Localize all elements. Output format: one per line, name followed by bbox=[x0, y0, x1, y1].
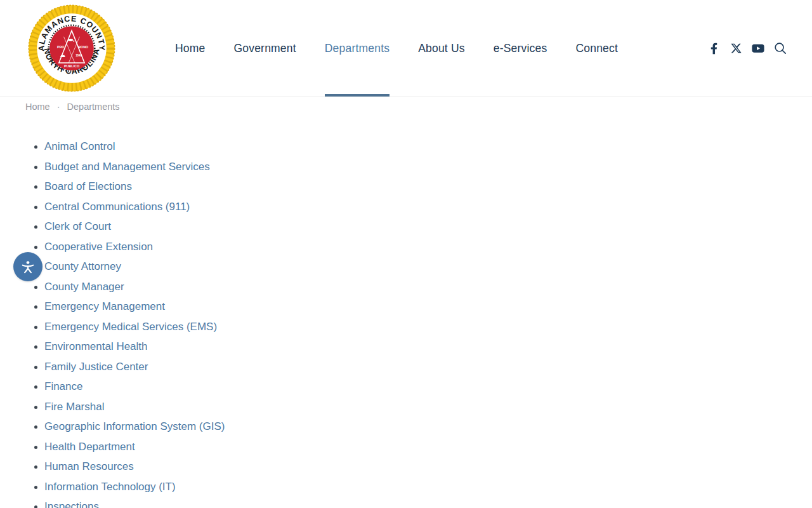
department-list-item: Board of Elections bbox=[44, 181, 787, 193]
department-list-item: County Manager bbox=[44, 281, 787, 293]
seal-beaver-icon bbox=[68, 39, 73, 41]
department-link-human-resources[interactable]: Human Resources bbox=[44, 460, 134, 472]
department-list-item: Central Communications (911) bbox=[44, 201, 787, 213]
department-link-county-attorney[interactable]: County Attorney bbox=[44, 260, 121, 272]
department-list-item: Geographic Information System (GIS) bbox=[44, 421, 787, 433]
department-list-item: Information Technology (IT) bbox=[44, 481, 787, 493]
breadcrumb-separator: · bbox=[57, 102, 60, 112]
department-link-county-manager[interactable]: County Manager bbox=[44, 281, 124, 293]
social-bar bbox=[707, 41, 787, 55]
department-link-central-communications[interactable]: Central Communications (911) bbox=[44, 201, 190, 213]
nav-item-e-services[interactable]: e-Services bbox=[494, 0, 547, 97]
department-link-information-technology[interactable]: Information Technology (IT) bbox=[44, 481, 176, 493]
department-list-item: Human Resources bbox=[44, 461, 787, 473]
department-list-item: Clerk of Court bbox=[44, 221, 787, 233]
department-list-item: Emergency Medical Services (EMS) bbox=[44, 321, 787, 333]
nav-item-about-us[interactable]: About Us bbox=[418, 0, 465, 97]
department-link-family-justice-center[interactable]: Family Justice Center bbox=[44, 361, 148, 373]
x-icon bbox=[730, 43, 742, 54]
department-list-item: Cooperative Extension bbox=[44, 241, 787, 253]
nav-item-departments[interactable]: Departments bbox=[325, 0, 390, 97]
seal-year: 1849 bbox=[75, 54, 82, 57]
department-link-board-of-elections[interactable]: Board of Elections bbox=[44, 180, 132, 192]
department-list-item: Environmental Health bbox=[44, 341, 787, 353]
breadcrumb-home-link[interactable]: Home bbox=[25, 102, 50, 112]
department-list-item: Family Justice Center bbox=[44, 361, 787, 373]
department-list-item: Health Department bbox=[44, 441, 787, 453]
department-list-item: Emergency Management bbox=[44, 301, 787, 313]
department-link-environmental-health[interactable]: Environmental Health bbox=[44, 340, 148, 352]
accessibility-person-icon bbox=[18, 257, 37, 276]
seal-motto-right: BONO bbox=[78, 45, 88, 49]
department-link-cooperative-extension[interactable]: Cooperative Extension bbox=[44, 241, 153, 253]
department-list-item: County Attorney bbox=[44, 261, 787, 273]
department-link-fire-marshal[interactable]: Fire Marshal bbox=[44, 401, 104, 413]
department-link-animal-control[interactable]: Animal Control bbox=[44, 140, 115, 152]
department-list-item: Animal Control bbox=[44, 141, 787, 153]
search-icon bbox=[774, 42, 787, 55]
seal-motto-bottom: PUBLICO bbox=[64, 64, 79, 68]
facebook-link[interactable] bbox=[707, 41, 720, 55]
department-link-clerk-of-court[interactable]: Clerk of Court bbox=[44, 220, 111, 232]
x-twitter-link[interactable] bbox=[730, 41, 742, 55]
department-link-budget-management[interactable]: Budget and Management Services bbox=[44, 161, 210, 173]
main-nav: Home Government Departments About Us e-S… bbox=[175, 0, 618, 97]
department-list-item: Inspections bbox=[44, 501, 787, 508]
department-link-finance[interactable]: Finance bbox=[44, 380, 82, 392]
department-link-emergency-management[interactable]: Emergency Management bbox=[44, 300, 165, 312]
department-list-item: Budget and Management Services bbox=[44, 161, 787, 173]
nav-item-home[interactable]: Home bbox=[175, 0, 205, 97]
department-link-gis[interactable]: Geographic Information System (GIS) bbox=[44, 420, 225, 432]
nav-item-connect[interactable]: Connect bbox=[575, 0, 618, 97]
facebook-icon bbox=[710, 43, 717, 55]
alamance-county-seal-icon: ALAMANCE COUNTY NORTH CAROLINA PRO BONO … bbox=[26, 3, 117, 94]
breadcrumb-current-page: Departments bbox=[67, 102, 120, 112]
department-list-item: Fire Marshal bbox=[44, 401, 787, 413]
seal-motto-left: PRO bbox=[57, 45, 65, 49]
department-list: Animal Control Budget and Management Ser… bbox=[25, 141, 787, 508]
nav-item-government[interactable]: Government bbox=[233, 0, 296, 97]
department-link-inspections[interactable]: Inspections bbox=[44, 500, 99, 508]
youtube-link[interactable] bbox=[752, 41, 764, 55]
search-button[interactable] bbox=[774, 41, 787, 55]
departments-page-content: Animal Control Budget and Management Ser… bbox=[0, 141, 812, 508]
county-seal-logo[interactable]: ALAMANCE COUNTY NORTH CAROLINA PRO BONO … bbox=[25, 2, 118, 95]
department-link-health-department[interactable]: Health Department bbox=[44, 441, 135, 453]
breadcrumb: Home · Departments bbox=[0, 102, 812, 112]
youtube-icon bbox=[752, 43, 764, 54]
department-list-item: Finance bbox=[44, 381, 787, 393]
site-header: ALAMANCE COUNTY NORTH CAROLINA PRO BONO … bbox=[0, 0, 812, 97]
department-link-ems[interactable]: Emergency Medical Services (EMS) bbox=[44, 321, 217, 333]
accessibility-widget-button[interactable] bbox=[13, 252, 43, 281]
